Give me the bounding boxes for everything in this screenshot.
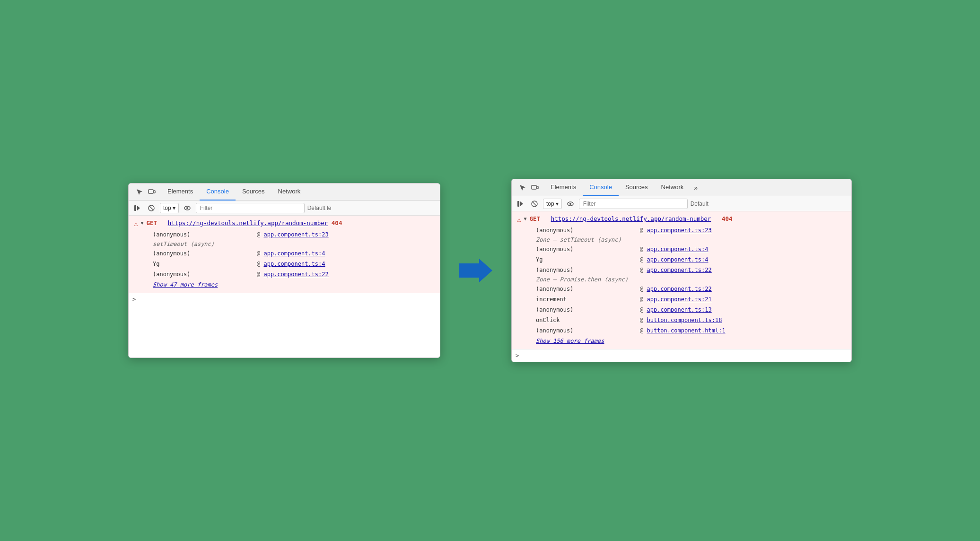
right-frame-6-link[interactable]: app.component.ts:13	[647, 305, 711, 314]
left-error-header: ⚠ ▼ GET https://ng-devtools.netlify.app/…	[130, 218, 440, 229]
left-frame-0-link[interactable]: app.component.ts:23	[263, 230, 328, 239]
left-frame-2-name: Yg	[153, 260, 257, 268]
left-clear-btn[interactable]	[146, 202, 157, 214]
right-run-btn[interactable]	[515, 198, 526, 209]
right-top-selector[interactable]: top ▾	[543, 199, 562, 209]
left-frame-0: (anonymous) @ app.component.ts:23	[130, 229, 440, 240]
left-frame-1-link[interactable]: app.component.ts:4	[263, 249, 325, 258]
left-frame-3-name: (anonymous)	[153, 270, 257, 279]
right-error-header: ⚠ ▼ GET https://ng-devtools.netlify.app/…	[513, 213, 851, 225]
right-cursor-icon[interactable]	[517, 183, 528, 193]
svg-rect-0	[149, 190, 153, 193]
left-top-chevron: ▾	[173, 205, 175, 211]
right-device-icon[interactable]	[530, 183, 540, 193]
right-frame-1-link[interactable]: app.component.ts:4	[647, 245, 708, 253]
right-frame-2: Yg @ app.component.ts:4	[513, 254, 851, 265]
right-frame-8-link[interactable]: button.component.html:1	[647, 326, 725, 335]
right-async-1: Zone — Promise.then (async)	[513, 275, 851, 284]
right-frame-5-at: @	[640, 295, 647, 304]
right-frame-0-link[interactable]: app.component.ts:23	[647, 226, 711, 235]
right-tab-console[interactable]: Console	[583, 179, 619, 196]
right-tab-more[interactable]: »	[690, 184, 701, 192]
left-eye-btn[interactable]	[182, 202, 193, 214]
right-prompt-symbol: >	[516, 352, 519, 359]
left-devtools-window: Elements Console Sources Network top	[128, 183, 440, 358]
left-error-expand[interactable]: ▼	[140, 220, 143, 226]
right-error-method: GET	[529, 215, 540, 222]
right-frame-7-link[interactable]: button.component.ts:18	[647, 316, 722, 324]
left-console-prompt[interactable]: >	[129, 293, 440, 305]
left-frame-3: (anonymous) @ app.component.ts:22	[130, 269, 440, 279]
right-frame-8-name: (anonymous)	[536, 326, 640, 335]
right-frame-4: (anonymous) @ app.component.ts:22	[513, 284, 851, 294]
left-tab-bar-icons	[131, 187, 161, 197]
right-frame-8-at: @	[640, 326, 647, 335]
left-tab-sources[interactable]: Sources	[236, 183, 271, 201]
right-frame-2-at: @	[640, 255, 647, 264]
left-frame-1: (anonymous) @ app.component.ts:4	[130, 248, 440, 259]
left-show-more[interactable]: Show 47 more frames	[130, 279, 440, 291]
svg-point-16	[569, 203, 571, 205]
right-tab-bar-icons	[514, 183, 544, 193]
left-frame-2: Yg @ app.component.ts:4	[130, 259, 440, 269]
right-error-entry: ⚠ ▼ GET https://ng-devtools.netlify.app/…	[512, 211, 851, 349]
left-prompt-symbol: >	[132, 296, 136, 303]
svg-rect-10	[537, 186, 538, 189]
left-frame-2-link[interactable]: app.component.ts:4	[263, 260, 325, 268]
right-tab-elements[interactable]: Elements	[544, 179, 583, 196]
right-frame-0-at: @	[640, 226, 647, 235]
right-show-more[interactable]: Show 156 more frames	[513, 336, 851, 347]
right-eye-btn[interactable]	[565, 198, 576, 209]
right-frame-4-link[interactable]: app.component.ts:22	[647, 285, 711, 293]
right-async-0: Zone — setTimeout (async)	[513, 236, 851, 244]
arrow-container	[459, 259, 492, 282]
right-frame-1-name: (anonymous)	[536, 245, 640, 253]
right-frame-6-at: @	[640, 305, 647, 314]
left-tab-network[interactable]: Network	[271, 183, 307, 201]
right-tab-sources[interactable]: Sources	[619, 179, 655, 196]
right-frame-5-name: increment	[536, 295, 640, 304]
right-frame-4-name: (anonymous)	[536, 285, 640, 293]
right-frame-2-name: Yg	[536, 255, 640, 264]
right-filter-input[interactable]	[579, 199, 688, 209]
right-tab-bar: Elements Console Sources Network »	[512, 179, 851, 196]
right-frame-2-link[interactable]: app.component.ts:4	[647, 255, 708, 264]
right-error-expand[interactable]: ▼	[524, 216, 526, 221]
right-frame-0-name: (anonymous)	[536, 226, 640, 235]
svg-line-5	[149, 206, 153, 210]
right-error-text: GET https://ng-devtools.netlify.app/rand…	[529, 215, 732, 222]
right-toolbar: top ▾ Default	[512, 196, 851, 211]
left-top-selector[interactable]: top ▾	[160, 203, 179, 213]
right-frame-6-name: (anonymous)	[536, 305, 640, 314]
right-clear-btn[interactable]	[529, 198, 540, 209]
left-run-btn[interactable]	[131, 202, 143, 214]
left-error-entry: ⚠ ▼ GET https://ng-devtools.netlify.app/…	[129, 216, 440, 293]
right-frame-5: increment @ app.component.ts:21	[513, 294, 851, 305]
svg-line-14	[533, 202, 536, 206]
svg-rect-11	[517, 201, 519, 207]
scene: Elements Console Sources Network top	[128, 179, 852, 362]
cursor-icon[interactable]	[134, 187, 145, 197]
right-frame-0: (anonymous) @ app.component.ts:23	[513, 225, 851, 236]
right-console-prompt[interactable]: >	[512, 349, 851, 362]
left-frame-1-at: @	[257, 249, 263, 258]
left-error-method: GET	[146, 219, 157, 227]
left-filter-input[interactable]	[196, 203, 305, 213]
right-top-label: top	[546, 201, 554, 207]
left-error-url[interactable]: https://ng-devtools.netlify.app/random-n…	[168, 219, 324, 227]
right-frame-5-link[interactable]: app.component.ts:21	[647, 295, 711, 304]
right-error-status: 404	[722, 215, 733, 222]
left-tab-console[interactable]: Console	[200, 183, 236, 201]
left-tab-elements[interactable]: Elements	[161, 183, 200, 201]
left-frame-3-link[interactable]: app.component.ts:22	[263, 270, 328, 279]
right-tab-network[interactable]: Network	[655, 179, 691, 196]
left-error-icon: ⚠	[134, 220, 138, 227]
left-console-content: ⚠ ▼ GET https://ng-devtools.netlify.app/…	[129, 216, 440, 358]
left-error-url-end: r	[324, 219, 328, 227]
forward-arrow-icon	[459, 259, 492, 282]
right-frame-3-link[interactable]: app.component.ts:22	[647, 266, 711, 274]
right-console-content: ⚠ ▼ GET https://ng-devtools.netlify.app/…	[512, 211, 851, 362]
device-icon[interactable]	[147, 187, 157, 197]
right-frame-7: onClick @ button.component.ts:18	[513, 315, 851, 325]
right-error-url[interactable]: https://ng-devtools.netlify.app/random-n…	[551, 215, 711, 222]
